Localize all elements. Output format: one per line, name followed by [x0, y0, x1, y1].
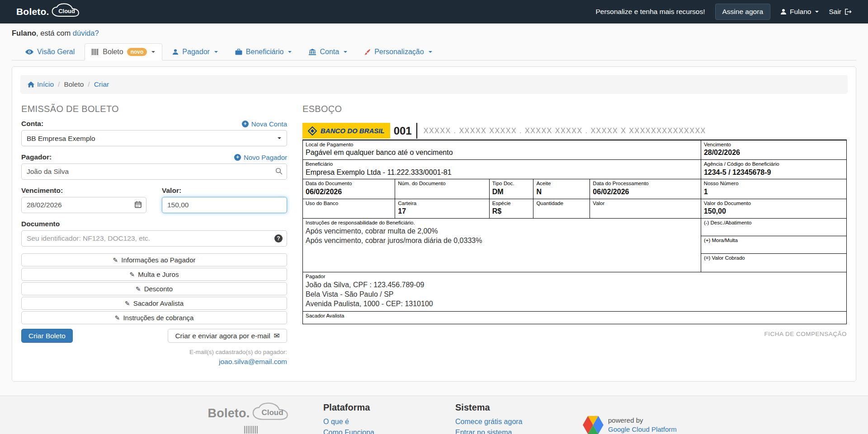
pencil-icon	[125, 299, 130, 307]
greeting-bar: Fulano, está com dúvida?	[12, 23, 856, 37]
desconto-button[interactable]: Desconto	[21, 282, 287, 295]
conta-select[interactable]: BB Empresa Exemplo	[21, 130, 287, 146]
search-icon	[275, 168, 283, 176]
valor-cell: Valor	[590, 199, 700, 218]
bb-diamond-icon	[308, 126, 317, 135]
calendar-icon[interactable]	[134, 201, 142, 210]
footer-link-entrar-sistema[interactable]: Entrar no sistema	[455, 429, 583, 434]
agencia-codigo-cell: Agência / Código do Beneficiário 1234-5 …	[701, 160, 846, 179]
tipo-doc-cell: Tipo Doc. DM	[489, 179, 533, 198]
footer-link-como-funciona[interactable]: Como Funciona	[323, 429, 451, 434]
carteira-cell: Carteira 17	[395, 199, 489, 218]
ficha-compensacao-label: FICHA DE COMPENSAÇÃO	[302, 331, 847, 337]
pencil-icon	[136, 285, 141, 293]
instrucoes-cobranca-button[interactable]: Instruções de cobrança	[21, 311, 287, 324]
instrucao-line: Após vencimento, cobrar multa de 2,00%	[306, 227, 698, 236]
briefcase-icon	[235, 49, 242, 55]
emails-note: E-mail(s) cadastrado(s) do pagador:	[21, 349, 287, 355]
nova-conta-link[interactable]: Nova Conta	[242, 120, 287, 128]
user-name: Fulano	[790, 8, 811, 16]
pagador-input[interactable]	[21, 163, 287, 180]
valor-input[interactable]	[162, 197, 287, 213]
tab-label: Personalização	[374, 48, 424, 56]
footer-link-o-que-e[interactable]: O que é	[323, 418, 451, 426]
tab-visao-geral[interactable]: Visão Geral	[18, 43, 82, 61]
option-button-label: Sacador Avalista	[133, 299, 184, 307]
footer-link-comece-gratis[interactable]: Comece grátis agora	[455, 418, 583, 426]
breadcrumb-boleto[interactable]: Boleto	[64, 80, 84, 89]
google-cloud-icon	[583, 416, 604, 434]
powered-by-label: powered by	[608, 416, 677, 425]
home-icon	[28, 81, 34, 88]
envelope-icon	[274, 331, 280, 340]
sign-out-icon	[844, 9, 852, 15]
greeting-text: , está com	[36, 29, 73, 37]
informacoes-pagador-button[interactable]: Informações ao Pagador	[21, 253, 287, 266]
local-pagamento-cell: Local de Pagamento Pagável em qualquer b…	[303, 140, 701, 159]
vencimento-label: Vencimento:	[21, 187, 63, 195]
pagador-cell: Pagador João da Silva, CPF : 123.456.789…	[303, 272, 846, 312]
content-panel: Início / Boleto / Criar EMISSÃO DE BOLET…	[12, 66, 856, 382]
user-menu[interactable]: Fulano	[780, 8, 819, 16]
boleto-table: Local de Pagamento Pagável em qualquer b…	[302, 140, 847, 324]
bank-code: 001	[394, 125, 412, 137]
breadcrumb: Início / Boleto / Criar	[20, 75, 848, 94]
mora-multa-cell: (+) Mora/Multa	[701, 236, 846, 254]
navbar-right: Personalize e tenha mais recursos! Assin…	[595, 4, 852, 20]
form-title: EMISSÃO DE BOLETO	[21, 104, 287, 114]
breadcrumb-home[interactable]: Início	[28, 80, 54, 89]
logout-label: Sair	[829, 8, 841, 16]
vertical-bar	[416, 123, 417, 139]
breadcrumb-separator: /	[58, 80, 60, 89]
desc-abatimento-cell: (-) Desc./Abatimento	[701, 219, 846, 236]
criar-enviar-email-button[interactable]: Criar e enviar agora por e-mail	[168, 329, 287, 343]
caret-down-icon	[151, 51, 155, 53]
pencil-icon	[115, 314, 120, 322]
footer-column-sistema: Sistema Comece grátis agora Entrar no si…	[451, 402, 583, 434]
criar-enviar-label: Criar e enviar agora por e-mail	[175, 332, 270, 340]
nova-conta-label: Nova Conta	[251, 120, 287, 128]
tab-boleto[interactable]: Boleto novo	[85, 43, 162, 61]
brand-cloud-text: Cloud	[50, 8, 84, 14]
help-link[interactable]: dúvida?	[73, 29, 99, 37]
pagador-line: João da Silva, CPF : 123.456.789-09	[306, 280, 844, 290]
novo-badge: novo	[127, 48, 147, 56]
tab-label: Pagador	[182, 48, 210, 56]
brand-logo[interactable]: Boleto. Cloud	[16, 3, 84, 20]
documento-input[interactable]	[21, 230, 287, 247]
caret-down-icon	[214, 51, 218, 53]
multa-juros-button[interactable]: Multa e Juros	[21, 268, 287, 281]
sacador-avalista-button[interactable]: Sacador Avalista	[21, 297, 287, 310]
barcode-icon	[244, 426, 258, 434]
payer-email-link[interactable]: joao.silva@email.com	[21, 358, 287, 366]
caret-down-icon	[815, 11, 819, 13]
tab-conta[interactable]: Conta	[302, 43, 354, 61]
plus-circle-icon	[234, 154, 241, 161]
novo-pagador-label: Novo Pagador	[244, 154, 287, 161]
banco-do-brasil-logo: BANCO DO BRASIL	[302, 123, 390, 139]
gcp-link[interactable]: Google Cloud Platform	[608, 425, 677, 433]
subscribe-button[interactable]: Assine agora	[715, 4, 770, 20]
valor-documento-cell: Valor do Documento 150,00	[701, 199, 846, 218]
data-processamento-cell: Data do Processamento 06/02/2026	[590, 179, 700, 198]
caret-down-icon	[429, 51, 432, 53]
option-button-label: Desconto	[144, 285, 173, 293]
breadcrumb-current[interactable]: Criar	[94, 80, 109, 89]
page-container: Fulano, está com dúvida? Visão Geral Bol…	[0, 23, 868, 382]
footer-brand-text: Boleto.	[208, 406, 250, 420]
greeting-user: Fulano	[12, 29, 36, 37]
logout-button[interactable]: Sair	[829, 8, 852, 16]
cloud-logo-icon: Cloud	[250, 402, 294, 424]
tab-pagador[interactable]: Pagador	[165, 43, 225, 61]
novo-pagador-link[interactable]: Novo Pagador	[234, 154, 287, 161]
pencil-icon	[113, 256, 118, 264]
conta-label: Conta:	[21, 120, 43, 128]
tab-label: Conta	[320, 48, 339, 56]
footer-heading: Sistema	[455, 402, 583, 413]
tab-personalizacao[interactable]: Personalização	[357, 43, 439, 61]
valor-cobrado-cell: (=) Valor Cobrado	[701, 254, 846, 272]
vencimento-input[interactable]	[21, 197, 146, 213]
tab-beneficiario[interactable]: Beneficiário	[228, 43, 299, 61]
help-circle-icon[interactable]	[274, 234, 283, 243]
criar-boleto-button[interactable]: Criar Boleto	[21, 329, 73, 343]
